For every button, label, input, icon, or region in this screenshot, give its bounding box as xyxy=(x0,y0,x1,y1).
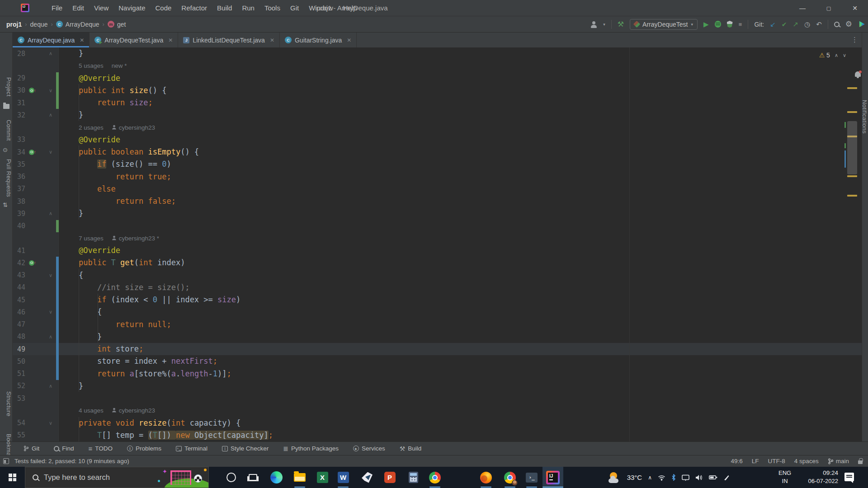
menu-item-git[interactable]: Git xyxy=(285,4,304,12)
wifi-icon[interactable] xyxy=(658,474,665,481)
minimize-button[interactable]: — xyxy=(789,5,816,12)
volume-icon[interactable] xyxy=(695,474,703,481)
menu-item-navigate[interactable]: Navigate xyxy=(113,4,150,12)
editor-code-row[interactable]: 40 xyxy=(13,220,862,232)
overrides-method-icon[interactable]: O↑ xyxy=(27,150,38,155)
git-update-icon[interactable]: ↙ xyxy=(770,20,776,28)
pull-request-icon[interactable]: ⇅ xyxy=(3,202,8,208)
editor-code-row[interactable]: 31 return size; xyxy=(13,97,862,109)
editor-code-row[interactable]: 36 return true; xyxy=(13,171,862,183)
breadcrumb-item-deque[interactable]: deque xyxy=(30,21,48,28)
menu-item-run[interactable]: Run xyxy=(237,4,259,12)
editor-code-row[interactable]: 54∨ private void resize(int capacity) { xyxy=(13,417,862,429)
editor-code-row[interactable]: 38 return false; xyxy=(13,195,862,207)
editor-code-row[interactable]: 39∧ } xyxy=(13,207,862,220)
folder-icon[interactable] xyxy=(3,104,9,109)
editor-code-row[interactable]: 45 if (index < 0 || index >= size) xyxy=(13,294,862,306)
commit-icon[interactable]: ⊙ xyxy=(3,146,8,153)
editor-code-row[interactable]: 52∧ } xyxy=(13,380,862,392)
editor-code-row[interactable]: 48∧ } xyxy=(13,331,862,343)
tab-arraydequetest-java[interactable]: CArrayDequeTest.java✕ xyxy=(90,33,178,47)
editor-code-row[interactable]: 33 @Override xyxy=(13,134,862,146)
tab-options-kebab-icon[interactable]: ⋮ xyxy=(851,36,858,44)
fold-marker-icon[interactable]: ∨ xyxy=(38,420,56,426)
fold-marker-icon[interactable]: ∧ xyxy=(38,383,56,389)
cast-screen-icon[interactable] xyxy=(682,474,689,481)
tab-linkedlistdequetest-java[interactable]: JLinkedListDequeTest.java✕ xyxy=(178,33,280,47)
editor-code-row[interactable]: 49 int store; xyxy=(13,343,862,355)
tool-window-button-todo[interactable]: ≡TODO xyxy=(83,442,118,455)
close-icon[interactable]: ✕ xyxy=(270,37,274,43)
editor-inlay-row[interactable]: 4 usagescybersingh23 xyxy=(13,404,862,417)
editor-code-row[interactable]: 37 else xyxy=(13,183,862,195)
taskbar-app-firefox[interactable] xyxy=(479,467,493,488)
stripe-item-structure[interactable]: Structure xyxy=(0,388,12,420)
usages-hint[interactable]: 2 usages xyxy=(79,124,104,131)
breadcrumb-item-arraydeque[interactable]: CArrayDeque xyxy=(56,21,99,28)
editor-code-row[interactable]: 44 //int size = size(); xyxy=(13,282,862,294)
fold-marker-icon[interactable]: ∨ xyxy=(38,149,56,155)
tool-window-button-problems[interactable]: !Problems xyxy=(122,442,167,455)
status-message[interactable]: Tests failed: 2, passed: 10 (9 minutes a… xyxy=(14,458,129,465)
git-branch-widget[interactable]: main xyxy=(828,458,849,465)
menu-item-build[interactable]: Build xyxy=(212,4,237,12)
rollback-icon[interactable]: ↶ xyxy=(816,20,822,28)
taskbar-app-powerpoint[interactable]: P xyxy=(383,467,396,488)
editor-code-row[interactable]: 53 xyxy=(13,392,862,404)
error-stripe-warning-mark[interactable] xyxy=(847,195,857,197)
editor-code-row[interactable]: 28∧ } xyxy=(13,47,862,60)
bluetooth-icon[interactable] xyxy=(671,474,676,481)
menu-item-view[interactable]: View xyxy=(89,4,113,12)
run-configuration-select[interactable]: ArrayDequeTest ▾ xyxy=(630,19,698,30)
overrides-method-icon[interactable]: O↑ xyxy=(27,88,38,93)
editor-inlay-row[interactable]: 5 usagesnew * xyxy=(13,60,862,72)
error-stripe-warning-mark[interactable] xyxy=(847,87,857,89)
next-warning-chevron-icon[interactable]: ∨ xyxy=(843,52,846,58)
build-hammer-icon[interactable]: ⚒ xyxy=(618,20,624,28)
language-indicator[interactable]: ENGIN xyxy=(778,469,791,485)
breadcrumb-item-get[interactable]: mget xyxy=(108,21,126,28)
menu-item-edit[interactable]: Edit xyxy=(67,4,89,12)
editor-code-row[interactable]: 47 return null; xyxy=(13,319,862,331)
debug-button[interactable] xyxy=(715,21,721,28)
editor-code-row[interactable]: 43∨ { xyxy=(13,269,862,282)
taskbar-app-powershell[interactable]: ›_ xyxy=(525,467,538,488)
fold-marker-icon[interactable]: ∧ xyxy=(38,211,56,216)
taskbar-app-cortana[interactable] xyxy=(224,467,238,488)
editor-code-row[interactable]: 32∧ } xyxy=(13,109,862,121)
lock-icon[interactable] xyxy=(858,460,863,464)
maximize-button[interactable]: ▢ xyxy=(816,5,842,11)
close-icon[interactable]: ✕ xyxy=(80,37,84,43)
stripe-item-pull-requests[interactable]: Pull Requests xyxy=(0,156,12,200)
action-center-icon[interactable] xyxy=(844,473,854,481)
editor-code-row[interactable]: 51 return a[store%(a.length-1)]; xyxy=(13,368,862,380)
line-ending[interactable]: LF xyxy=(752,458,759,465)
prev-warning-chevron-icon[interactable]: ∧ xyxy=(835,52,838,58)
editor-code-row[interactable]: 29 @Override xyxy=(13,72,862,84)
editor-code-row[interactable]: 55 T[] temp = (T[]) new Object[capacity]… xyxy=(13,429,862,441)
fold-marker-icon[interactable]: ∧ xyxy=(38,112,56,118)
code-editor[interactable]: 28∧ }5 usagesnew *29 @Override30O↑∨ publ… xyxy=(13,47,862,441)
usages-hint[interactable]: 5 usages xyxy=(79,62,104,69)
editor-code-row[interactable]: 34O↑∨ public boolean isEmpty() { xyxy=(13,146,862,158)
editor-code-row[interactable]: 35 if (size() == 0) xyxy=(13,158,862,170)
taskbar-app-intellij[interactable] xyxy=(542,467,563,488)
overrides-method-icon[interactable]: O↑ xyxy=(27,260,38,266)
temperature[interactable]: 33°C xyxy=(627,474,642,481)
stripe-item-commit[interactable]: Commit xyxy=(0,116,12,145)
taskbar-app-chrome[interactable] xyxy=(428,467,442,488)
taskbar-app-chrome-profile[interactable] xyxy=(503,467,517,488)
stop-button[interactable]: ■ xyxy=(739,21,742,28)
fold-marker-icon[interactable]: ∨ xyxy=(38,309,56,315)
taskbar-search[interactable]: Type here to search ✦ xyxy=(25,467,209,488)
weather-icon[interactable] xyxy=(609,472,621,483)
editor-inlay-row[interactable]: 2 usagescybersingh23 xyxy=(13,122,862,134)
editor-code-row[interactable]: 50 store = index + nextFirst; xyxy=(13,355,862,367)
tab-guitarstring-java[interactable]: CGuitarString.java✕ xyxy=(280,33,357,47)
tool-window-button-git[interactable]: Git xyxy=(18,442,45,455)
hidden-icons-chevron-icon[interactable]: ∧ xyxy=(648,474,652,481)
notifications-bell-icon[interactable] xyxy=(855,71,861,77)
taskbar-app-edge[interactable] xyxy=(269,467,283,488)
coverage-button[interactable] xyxy=(727,21,733,28)
history-icon[interactable]: ◷ xyxy=(804,20,810,28)
